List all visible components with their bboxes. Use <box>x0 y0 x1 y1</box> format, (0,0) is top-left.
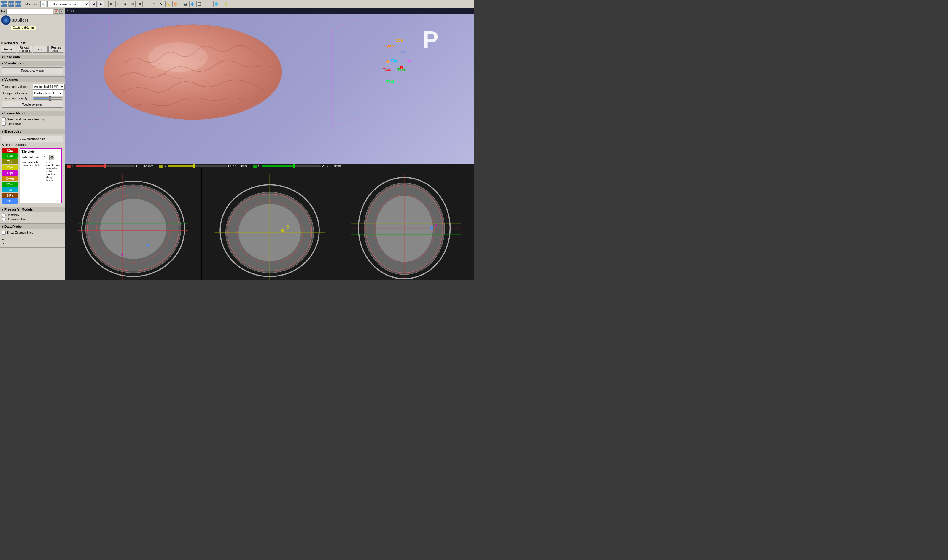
desikan-row: Desikan-Killiani <box>2 217 63 221</box>
slice-panels: R S: -3.825mm Y R: -44.463mm <box>65 164 474 280</box>
electrodes-header[interactable]: Electrodes <box>0 129 65 134</box>
world-icon[interactable]: 🌐 <box>213 1 219 7</box>
cross-icon[interactable]: ✦ <box>206 1 212 7</box>
3d-icon[interactable]: ⬡ <box>115 1 121 7</box>
circle-icon[interactable]: ◉ <box>123 1 128 7</box>
spinner-down[interactable]: ▼ <box>50 157 54 160</box>
edit-button[interactable]: Edit <box>32 46 48 52</box>
t3p-plots-box: T3p plots Selected plot: ▲ ▼ <box>20 148 62 203</box>
save-icon[interactable]: SAVE <box>15 1 22 7</box>
nav-back-button[interactable]: ◀ <box>90 1 97 7</box>
background-select[interactable]: Postoperative CT <box>32 90 63 96</box>
view-settings-icon[interactable]: ⚙ <box>71 9 74 13</box>
electrode-SiPa[interactable]: SiPa <box>2 193 18 198</box>
toggle-volumes-button[interactable]: Toggle volumes <box>2 101 63 108</box>
nav-forward-button[interactable]: ▶ <box>98 1 105 7</box>
reload-button[interactable]: Reload <box>1 46 16 52</box>
capture-icon[interactable]: 📷 <box>182 1 188 7</box>
electrode-T2mi[interactable]: T2mi <box>2 182 18 187</box>
modules-dropdown[interactable]: Epiloc visualization <box>48 1 89 7</box>
electrode-GyAn[interactable]: GyAn <box>2 176 18 181</box>
python-icon[interactable]: 🐍 <box>223 1 229 7</box>
red-thumb[interactable] <box>104 164 106 168</box>
plot-spinner-input[interactable] <box>41 155 49 160</box>
mni-val-2: Posterior Lobe <box>46 167 60 173</box>
green-magenta-label: Green and magenta blending <box>7 118 45 121</box>
electrode-T1p[interactable]: T1p <box>2 159 18 164</box>
data-probe-header[interactable]: Data Probe <box>0 224 65 229</box>
view-electrode-axis-button[interactable]: View electrode axis <box>2 135 63 142</box>
data-icon[interactable]: DATA <box>1 1 7 7</box>
show-zoomed-row: Show Zoomed Slice <box>2 231 63 235</box>
paint-icon[interactable]: 🎨 <box>172 1 178 7</box>
sagittal-view[interactable]: h F: Anatomic...RI (65%) <box>338 168 474 280</box>
reload-and-test-button[interactable]: Reload and Test <box>17 46 32 52</box>
close-icon[interactable]: ✕ <box>59 9 63 14</box>
freesurfer-header[interactable]: Freesurfer Models <box>0 207 65 212</box>
green-color <box>253 165 257 168</box>
plot-spinner: ▲ ▼ <box>41 155 54 160</box>
search-bar[interactable] <box>6 9 53 14</box>
slice-views-container: F: Anatomic...RI (65%) <box>65 168 474 280</box>
plot-spinner-buttons: ▲ ▼ <box>50 155 54 160</box>
reset-slice-views-button[interactable]: Reset slice views <box>2 67 63 74</box>
volumes-header[interactable]: Volumes <box>0 77 65 82</box>
red-label: R <box>72 164 74 168</box>
electrode-label-T2ps: T2ps <box>394 38 403 42</box>
desikan-radio[interactable] <box>2 217 6 221</box>
electrode-T2ai[interactable]: T2ai <box>2 153 18 159</box>
green-thumb[interactable] <box>293 164 295 168</box>
green-label: G <box>259 164 261 168</box>
load-data-header[interactable]: Load data <box>0 55 65 59</box>
measure-icon[interactable]: 📐 <box>165 1 171 7</box>
vol-icon[interactable]: 🔷 <box>189 1 195 7</box>
sep2: | <box>144 1 150 7</box>
separator-3 <box>180 1 180 7</box>
electrode-T3p[interactable]: T3p <box>2 187 18 192</box>
layers-blending-header[interactable]: Layers blending <box>0 111 65 116</box>
green-magenta-checkbox[interactable] <box>2 117 6 121</box>
opacity-thumb[interactable] <box>49 96 51 100</box>
electrode-label-GyAn: GyAn <box>383 44 394 48</box>
cursor-icon[interactable]: ↖ <box>158 1 164 7</box>
destrieux-radio[interactable] <box>2 213 6 217</box>
mni-info: MNI Talairach Daemon Labels: Left Cerebe… <box>22 161 60 182</box>
coronal-view[interactable]: 5 F: Anatomic...RI (65%) <box>202 168 337 280</box>
star-icon[interactable]: ✱ <box>137 1 143 7</box>
opacity-slider[interactable] <box>32 97 63 100</box>
reload-test-header[interactable]: Reload & Test <box>1 41 63 45</box>
red-track[interactable] <box>75 165 135 167</box>
grid-icon[interactable]: ⊠ <box>129 1 135 7</box>
svg-point-2 <box>5 19 8 22</box>
yellow-thumb[interactable] <box>193 164 195 168</box>
reload-buttons-row: Reload Reload and Test Edit Restart Slic… <box>1 46 63 52</box>
layout-icon[interactable]: ⊞ <box>108 1 114 7</box>
restart-slicer-button[interactable]: Restart Slicer <box>48 46 63 52</box>
electrode-T2pi[interactable]: T2pi <box>2 170 18 175</box>
yellow-track[interactable] <box>168 165 227 167</box>
svg-point-15 <box>104 25 282 120</box>
green-track[interactable] <box>262 165 321 167</box>
electrode-label-T2p-top: T2p <box>399 50 406 54</box>
electrode-T2ps[interactable]: T2ps <box>2 165 18 170</box>
3d-view[interactable]: P T2ps GyAn T2p T3p T2pi T2as T2mi T2ai … <box>65 14 474 164</box>
sagittal-brain-svg: h <box>345 174 467 280</box>
separator-1 <box>23 1 23 7</box>
axial-view[interactable]: F: Anatomic...RI (65%) <box>65 168 201 280</box>
layer-reveal-checkbox[interactable] <box>2 122 6 126</box>
show-zoomed-label: Show Zoomed Slice <box>7 231 33 234</box>
electrode-T2as[interactable]: T2as <box>2 148 18 153</box>
seg-icon[interactable]: 🔲 <box>196 1 202 7</box>
search-icon[interactable]: 🔍 <box>40 1 46 7</box>
p-orientation-label: P <box>423 26 439 53</box>
foreground-select[interactable]: Anatomical T1 MRI <box>32 84 65 89</box>
axial-inner <box>65 168 201 280</box>
dcm-icon[interactable]: DCM <box>8 1 14 7</box>
visualization-header[interactable]: Visualization <box>0 61 65 66</box>
spinner-up[interactable]: ▲ <box>50 155 54 157</box>
electrode-T2p[interactable]: T2p <box>2 198 18 204</box>
pin-icon[interactable]: 📌 <box>54 9 58 14</box>
edit-icon[interactable]: ✏ <box>151 1 157 7</box>
main-toolbar: DATA DCM SAVE Modules: 🔍 Epiloc visualiz… <box>0 0 474 8</box>
show-zoomed-checkbox[interactable] <box>2 231 6 235</box>
